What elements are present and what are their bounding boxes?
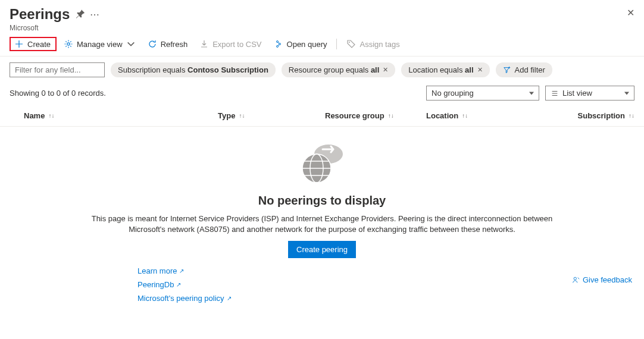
filter-input[interactable]	[10, 62, 105, 77]
refresh-button[interactable]: Refresh	[143, 37, 193, 51]
empty-title: No peerings to display	[10, 194, 634, 208]
peeringdb-link[interactable]: PeeringDb ↗	[137, 280, 181, 289]
column-subscription[interactable]: Subscription↑↓	[527, 111, 634, 120]
svg-point-0	[67, 43, 70, 45]
query-icon	[274, 39, 283, 49]
svg-point-3	[276, 46, 278, 48]
open-query-button[interactable]: Open query	[269, 37, 332, 51]
filter-pill-location[interactable]: Location equals all ✕	[401, 62, 489, 77]
column-type[interactable]: Type↑↓	[218, 111, 325, 120]
column-resource-group[interactable]: Resource group↑↓	[325, 111, 426, 120]
create-button[interactable]: Create	[10, 37, 57, 51]
list-icon	[551, 89, 559, 98]
column-name[interactable]: Name↑↓	[10, 111, 218, 120]
chevron-down-icon	[126, 39, 136, 49]
empty-state: No peerings to display This page is mean…	[0, 127, 644, 313]
plus-icon	[14, 39, 24, 49]
tag-icon	[346, 39, 356, 49]
empty-links: Learn more ↗ PeeringDb ↗ Microsoft's pee…	[137, 266, 507, 307]
sort-icon: ↑↓	[239, 112, 245, 119]
add-filter-button[interactable]: Add filter	[496, 62, 552, 77]
sort-icon: ↑↓	[388, 112, 394, 119]
external-link-icon: ↗	[179, 268, 184, 274]
pin-icon[interactable]	[76, 9, 85, 20]
status-row: Showing 0 to 0 of 0 records. No grouping…	[0, 83, 644, 105]
assign-tags-button: Assign tags	[342, 37, 404, 51]
peering-policy-link[interactable]: Microsoft's peering policy ↗	[137, 294, 232, 303]
sort-icon: ↑↓	[48, 112, 54, 119]
svg-point-9	[574, 277, 576, 280]
toolbar: Create Manage view Refresh Export to CSV…	[0, 34, 644, 56]
external-link-icon: ↗	[227, 295, 232, 302]
page-title: Peerings	[10, 6, 70, 23]
filters-row: Subscription equals Contoso Subscription…	[0, 56, 644, 83]
more-icon[interactable]: ⋯	[90, 9, 100, 20]
empty-description: This page is meant for Internet Service …	[78, 214, 566, 235]
page-header: Peerings ⋯ Microsoft ✕	[0, 0, 644, 34]
toolbar-separator	[336, 39, 337, 49]
close-icon[interactable]: ✕	[383, 66, 388, 74]
page-subtitle: Microsoft	[10, 24, 634, 32]
give-feedback-link[interactable]: Give feedback	[572, 275, 632, 284]
add-filter-icon	[503, 66, 511, 74]
empty-globe-icon	[295, 139, 349, 186]
export-csv-button: Export to CSV	[195, 37, 266, 51]
column-location[interactable]: Location↑↓	[426, 111, 527, 120]
filter-pill-resource-group[interactable]: Resource group equals all ✕	[282, 62, 396, 77]
download-icon	[199, 39, 209, 49]
create-peering-button[interactable]: Create peering	[288, 241, 356, 258]
feedback-icon	[572, 276, 580, 284]
svg-point-1	[276, 41, 278, 43]
sort-icon: ↑↓	[462, 112, 468, 119]
svg-point-4	[349, 42, 350, 43]
external-link-icon: ↗	[176, 281, 181, 288]
view-dropdown[interactable]: List view	[545, 86, 634, 101]
learn-more-link[interactable]: Learn more ↗	[137, 266, 184, 275]
close-icon[interactable]: ✕	[477, 66, 483, 74]
close-icon[interactable]: ✕	[627, 7, 634, 18]
records-count: Showing 0 to 0 of 0 records.	[10, 89, 106, 98]
sort-icon: ↑↓	[629, 112, 634, 119]
grouping-dropdown[interactable]: No grouping	[426, 86, 539, 101]
table-header: Name↑↓ Type↑↓ Resource group↑↓ Location↑…	[0, 105, 644, 127]
refresh-icon	[148, 39, 157, 49]
gear-icon	[64, 39, 73, 49]
filter-pill-subscription[interactable]: Subscription equals Contoso Subscription	[111, 62, 276, 77]
manage-view-button[interactable]: Manage view	[59, 37, 140, 51]
